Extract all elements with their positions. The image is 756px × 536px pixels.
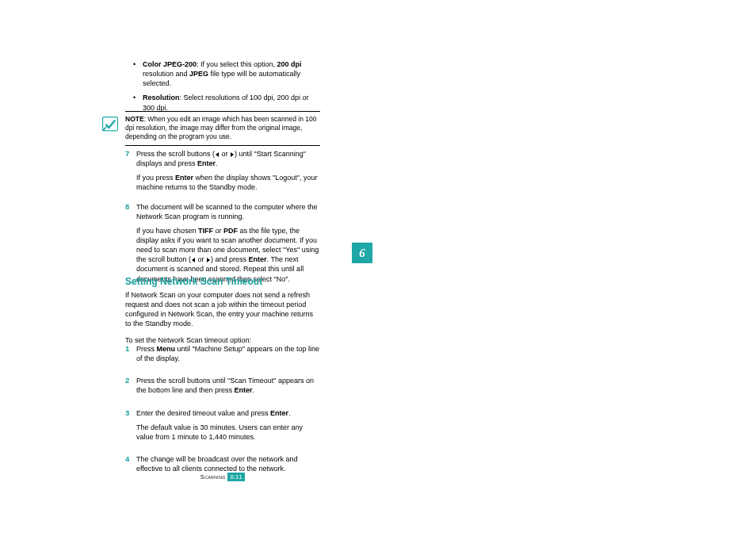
bullet-item: Resolution: Select resolutions of 100 dp… bbox=[136, 93, 320, 112]
arrow-left-icon bbox=[192, 258, 195, 262]
step-text: If you press Enter when the display show… bbox=[136, 173, 320, 192]
bullet-section: Color JPEG-200: If you select this optio… bbox=[125, 59, 320, 117]
document-page: Color JPEG-200: If you select this optio… bbox=[0, 0, 756, 536]
step-text: Press Menu until "Machine Setup" appears… bbox=[136, 344, 320, 363]
step-text: Enter the desired timeout value and pres… bbox=[136, 408, 320, 418]
steps-list-lower: 1 Press Menu until "Machine Setup" appea… bbox=[125, 344, 320, 483]
arrow-right-icon bbox=[207, 258, 210, 262]
intro-block: If Network Scan on your computer does no… bbox=[125, 290, 320, 351]
step-number: 3 bbox=[125, 408, 136, 446]
note-text: : When you edit an image which has been … bbox=[125, 115, 316, 140]
section-heading: Setting Network Scan Timeout bbox=[125, 276, 262, 287]
bullet-label: Color JPEG-200 bbox=[143, 60, 197, 68]
step-number: 2 bbox=[125, 376, 136, 400]
step-text: Press the scroll buttons ( or ) until "S… bbox=[136, 149, 320, 168]
step-item: 7 Press the scroll buttons ( or ) until … bbox=[125, 149, 320, 197]
step-text: The document will be scanned to the comp… bbox=[136, 202, 320, 221]
page-footer: Scanning6.11 bbox=[125, 473, 320, 481]
arrow-left-icon bbox=[216, 152, 219, 157]
step-number: 7 bbox=[125, 149, 136, 197]
step-item: 2 Press the scroll buttons until "Scan T… bbox=[125, 376, 320, 400]
intro-text: If Network Scan on your computer does no… bbox=[125, 290, 320, 329]
note-block: NOTE: When you edit an image which has b… bbox=[125, 111, 320, 146]
note-label: NOTE bbox=[125, 115, 144, 123]
chapter-tab: 6 bbox=[352, 243, 372, 263]
footer-section: Scanning bbox=[200, 473, 226, 480]
bullet-label: Resolution bbox=[143, 94, 180, 101]
note-icon bbox=[101, 116, 119, 133]
intro-text: To set the Network Scan timeout option: bbox=[125, 335, 320, 345]
bullet-item: Color JPEG-200: If you select this optio… bbox=[136, 59, 320, 88]
footer-page-number: 6.11 bbox=[227, 473, 246, 481]
step-text: Press the scroll buttons until "Scan Tim… bbox=[136, 376, 320, 395]
step-text: The default value is 30 minutes. Users c… bbox=[136, 423, 320, 442]
step-number: 1 bbox=[125, 344, 136, 368]
step-text: The change will be broadcast over the ne… bbox=[136, 454, 320, 473]
step-item: 3 Enter the desired timeout value and pr… bbox=[125, 408, 320, 446]
arrow-right-icon bbox=[231, 152, 234, 157]
step-text: If you have chosen TIFF or PDF as the fi… bbox=[136, 226, 320, 284]
step-item: 1 Press Menu until "Machine Setup" appea… bbox=[125, 344, 320, 368]
steps-list-upper: 7 Press the scroll buttons ( or ) until … bbox=[125, 149, 320, 293]
